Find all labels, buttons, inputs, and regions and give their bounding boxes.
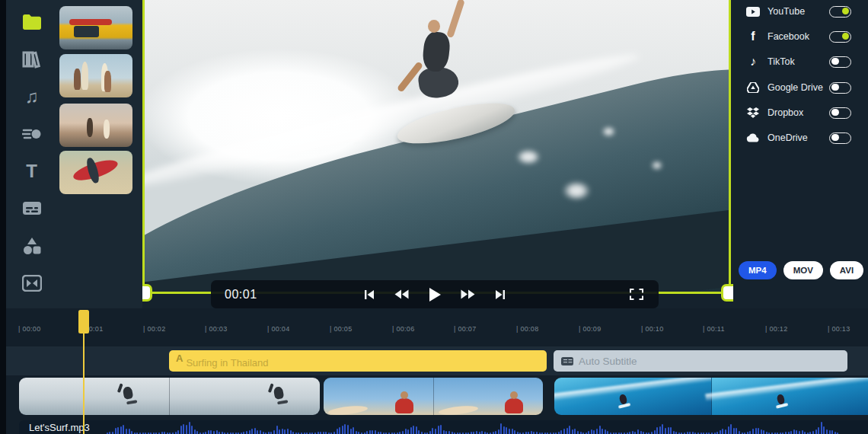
sidebar-item-subtitles[interactable]	[15, 190, 49, 227]
video-clip-red-shirt[interactable]	[324, 378, 543, 415]
youtube-toggle[interactable]	[829, 6, 851, 18]
toggle-knob	[831, 134, 839, 142]
fullscreen-icon[interactable]	[630, 289, 643, 300]
timeline: | 00:00 | 00:01 | 00:02 | 00:03 | 00:04 …	[0, 308, 868, 434]
current-time: 00:01	[225, 288, 257, 302]
ruler-tick: | 00:06	[392, 325, 414, 333]
share-row-dropbox[interactable]: Dropbox	[733, 103, 868, 123]
tiktok-toggle[interactable]	[829, 56, 851, 68]
video-editor-app: ♫ T	[0, 0, 868, 434]
play-button[interactable]	[429, 288, 441, 302]
ruler-tick: | 00:08	[516, 325, 538, 333]
facebook-icon: f	[745, 30, 761, 43]
media-thumbnail[interactable]	[59, 6, 132, 49]
dropbox-toggle[interactable]	[829, 107, 851, 119]
subtitle-clip-label: Auto Subtitle	[579, 356, 637, 367]
preview-frame-surfer	[145, 0, 729, 292]
media-thumbnail-rail	[57, 0, 142, 308]
shapes-icon	[22, 237, 42, 255]
surfer-silhouette-art	[273, 386, 285, 400]
sidebar-item-audio[interactable]: ♫	[15, 78, 49, 115]
sidebar-item-media[interactable]	[15, 3, 49, 40]
ruler-tick: | 00:11	[703, 325, 725, 333]
red-shirt-figure-art	[395, 398, 413, 413]
share-label: Dropbox	[767, 107, 803, 118]
text-tool-icon: T	[26, 162, 37, 180]
format-selector: MP4 MOV AVI	[733, 261, 868, 279]
toggle-knob	[842, 8, 850, 15]
toggle-knob	[831, 109, 839, 116]
format-avi-button[interactable]: AVI	[830, 261, 863, 279]
text-clip[interactable]: A Surfing in Thailand	[169, 350, 547, 372]
clip-frame	[324, 378, 433, 415]
video-clip-surfer-jump[interactable]	[19, 378, 320, 415]
clip-frame	[711, 378, 868, 415]
auto-subtitle-clip[interactable]: Auto Subtitle	[554, 350, 847, 372]
thumbnail-image-couple	[59, 54, 132, 97]
text-clip-icon: A	[176, 353, 183, 364]
ruler-tick: | 00:04	[267, 325, 289, 333]
timeline-ruler[interactable]: | 00:00 | 00:01 | 00:02 | 00:03 | 00:04 …	[0, 308, 868, 346]
clip-frame	[169, 378, 320, 415]
red-shirt-figure-art	[505, 398, 523, 413]
surfboard-art	[328, 404, 369, 415]
video-preview[interactable]	[142, 0, 731, 294]
elements-icon	[22, 127, 42, 141]
toggle-knob	[831, 84, 839, 91]
fast-forward-button[interactable]	[461, 289, 475, 299]
foam-art	[706, 378, 868, 400]
transport-controls	[364, 288, 506, 302]
wave-surfer-art	[619, 394, 628, 405]
share-row-tiktok[interactable]: ♪ TikTok	[733, 52, 868, 72]
subtitle-clip-icon	[561, 357, 573, 365]
facebook-toggle[interactable]	[829, 31, 851, 43]
google-drive-icon	[745, 82, 761, 93]
skip-to-end-button[interactable]	[495, 289, 506, 300]
thumbnail-image-jeep	[59, 6, 132, 49]
ruler-tick: | 00:03	[205, 325, 227, 333]
tiktok-icon: ♪	[745, 56, 761, 68]
surfer-silhouette-art	[123, 386, 134, 400]
subtitle-icon	[22, 201, 42, 215]
ruler-tick: | 00:00	[18, 325, 40, 333]
sidebar-item-text[interactable]: T	[15, 152, 49, 190]
sidebar-item-stock-library[interactable]	[15, 40, 49, 78]
ruler-tick: | 00:13	[828, 325, 850, 333]
audio-clip[interactable]: Let'sSurf.mp3	[19, 420, 868, 434]
folder-media-icon	[22, 14, 42, 30]
clip-frame	[433, 378, 544, 415]
ruler-tick: | 00:10	[641, 325, 663, 333]
clip-frame	[19, 378, 169, 415]
sidebar-item-elements[interactable]	[15, 115, 49, 152]
audio-waveform	[107, 420, 839, 434]
format-mov-button[interactable]: MOV	[783, 261, 823, 279]
onedrive-toggle[interactable]	[829, 132, 851, 144]
thumbnail-image-beach-walk	[59, 104, 132, 147]
share-row-youtube[interactable]: YouTube	[733, 2, 868, 21]
dropbox-icon	[745, 107, 761, 118]
share-label: Facebook	[767, 31, 809, 42]
sidebar-item-transitions[interactable]	[15, 264, 49, 302]
share-label: OneDrive	[767, 132, 808, 143]
share-row-facebook[interactable]: f Facebook	[733, 27, 868, 46]
window-edge	[0, 0, 6, 434]
media-thumbnail[interactable]	[59, 151, 132, 194]
share-row-onedrive[interactable]: OneDrive	[733, 128, 868, 148]
toggle-knob	[831, 58, 839, 65]
playhead-handle[interactable]	[78, 310, 89, 333]
media-thumbnail[interactable]	[59, 54, 132, 97]
google-drive-toggle[interactable]	[829, 82, 851, 94]
format-mp4-button[interactable]: MP4	[739, 261, 777, 279]
stock-library-icon	[22, 50, 42, 69]
transition-icon	[22, 275, 42, 292]
video-clip-blue-wave[interactable]	[554, 378, 868, 415]
surfer-head-art	[428, 20, 440, 33]
media-thumbnail[interactable]	[59, 104, 132, 147]
sidebar-item-shapes[interactable]	[15, 227, 49, 264]
tool-sidebar: ♫ T	[6, 0, 57, 308]
skip-to-start-button[interactable]	[364, 289, 375, 300]
rewind-button[interactable]	[394, 289, 409, 299]
surfboard-art	[438, 404, 478, 415]
share-row-google-drive[interactable]: Google Drive	[733, 78, 868, 97]
clip-frame	[554, 378, 711, 415]
